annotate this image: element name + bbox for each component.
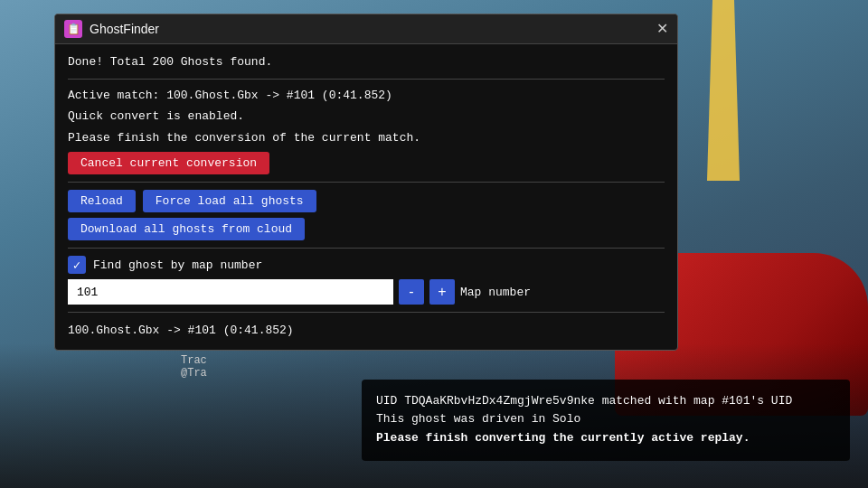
divider-1 (68, 79, 665, 80)
checkbox-row: ✓ Find ghost by map number (68, 256, 665, 274)
cancel-button[interactable]: Cancel current conversion (68, 152, 269, 174)
window-title: GhostFinder (90, 22, 159, 36)
ghost-finder-window: 📋 GhostFinder ✕ Done! Total 200 Ghosts f… (54, 14, 678, 351)
close-button[interactable]: ✕ (656, 22, 668, 36)
divider-3 (68, 248, 665, 249)
download-row: Download all ghosts from cloud (68, 218, 665, 240)
uid-line: UID TDQAaKRbvHzDx4ZmgjWre5v9nke matched … (376, 392, 835, 411)
force-load-button[interactable]: Force load all ghosts (143, 190, 316, 212)
result-line: 100.Ghost.Gbx -> #101 (0:41.852) (68, 320, 665, 341)
convert-line: Please finish converting the currently a… (376, 429, 835, 448)
solo-line: This ghost was driven in Solo (376, 410, 835, 429)
download-button[interactable]: Download all ghosts from cloud (68, 218, 305, 240)
window-body: Done! Total 200 Ghosts found. Active mat… (55, 44, 677, 350)
cancel-row: Cancel current conversion (68, 152, 665, 174)
find-ghost-checkbox[interactable]: ✓ (68, 256, 86, 274)
finish-conversion: Please finish the conversion of the curr… (68, 129, 665, 147)
plus-button[interactable]: + (429, 279, 455, 305)
action-buttons-row: Reload Force load all ghosts (68, 190, 665, 212)
reload-button[interactable]: Reload (68, 190, 136, 212)
title-left: 📋 GhostFinder (64, 20, 159, 38)
info-panel: UID TDQAaKRbvHzDx4ZmgjWre5v9nke matched … (362, 380, 850, 461)
facebook-text: Trac (181, 354, 207, 367)
active-match: Active match: 100.Ghost.Gbx -> #101 (0:4… (68, 87, 665, 105)
status-total: Done! Total 200 Ghosts found. (68, 53, 665, 71)
quick-convert: Quick convert is enabled. (68, 108, 665, 126)
twitter-text: @Tra (181, 367, 207, 380)
social-area: Trac @Tra (181, 354, 207, 380)
map-number-input[interactable] (68, 279, 393, 305)
map-number-label: Map number (460, 286, 531, 299)
app-icon: 📋 (64, 20, 82, 38)
find-ghost-label: Find ghost by map number (93, 258, 262, 272)
window-titlebar: 📋 GhostFinder ✕ (55, 14, 677, 44)
divider-4 (68, 312, 665, 313)
map-number-row: - + Map number (68, 279, 665, 305)
minus-button[interactable]: - (399, 279, 424, 305)
divider-2 (68, 182, 665, 183)
